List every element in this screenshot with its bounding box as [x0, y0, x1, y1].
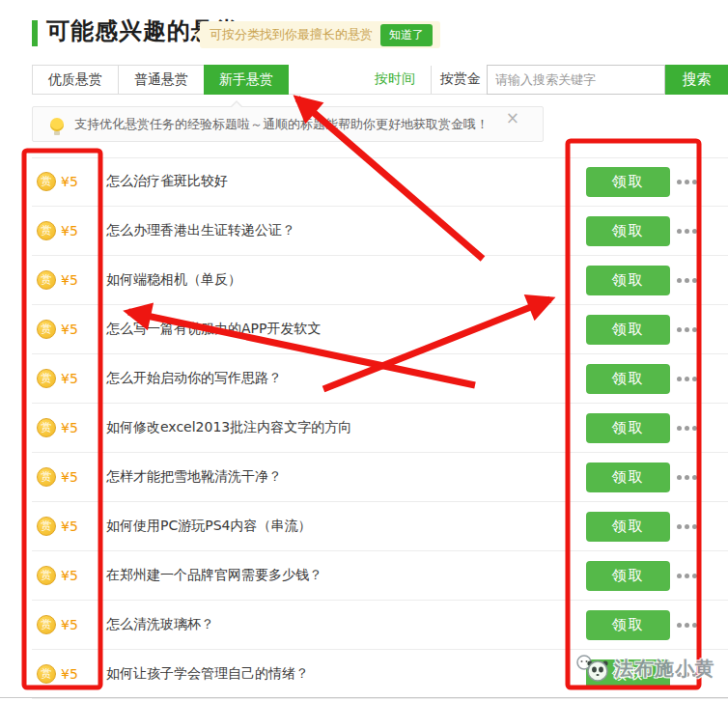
reward-amount: ¥5 [61, 666, 78, 682]
task-title[interactable]: 怎么治疗雀斑比较好 [106, 173, 228, 190]
bounty-tabs: 优质悬赏 普通悬赏 新手悬赏 [32, 65, 288, 95]
close-icon[interactable]: × [506, 110, 519, 126]
task-title[interactable]: 在郑州建一个品牌官网需要多少钱？ [106, 567, 322, 584]
bottom-divider [0, 697, 728, 698]
reward-amount: ¥5 [61, 420, 78, 435]
claim-button[interactable]: 领取 [586, 610, 670, 640]
tab-premium-bounty[interactable]: 优质悬赏 [33, 66, 118, 94]
claim-button[interactable]: 领取 [586, 413, 670, 443]
reward-amount: ¥5 [61, 322, 78, 337]
reward-amount: ¥5 [61, 272, 78, 288]
notice-text: 支持优化悬赏任务的经验标题啦～通顺的标题能帮助你更好地获取赏金哦！ [74, 116, 489, 133]
task-title[interactable]: 怎么开始启动你的写作思路？ [106, 370, 282, 387]
got-it-button[interactable]: 知道了 [380, 24, 433, 46]
reward-amount: ¥5 [61, 617, 78, 632]
tooltip-text: 可按分类找到你最擅长的悬赏 [210, 26, 373, 43]
task-title[interactable]: 如何使用PC游玩PS4内容（串流） [106, 518, 311, 535]
reward-amount: ¥5 [61, 174, 78, 189]
sort-by-reward[interactable]: 按赏金 [440, 70, 481, 88]
task-row: 赏 ¥5 在郑州建一个品牌官网需要多少钱？ 领取 [0, 551, 728, 601]
coin-icon: 赏 [37, 369, 56, 388]
task-title[interactable]: 怎么办理香港出生证转递公证？ [106, 222, 295, 239]
task-row: 赏 ¥5 怎么开始启动你的写作思路？ 领取 [0, 354, 728, 404]
coin-icon: 赏 [37, 517, 56, 536]
lightbulb-icon [50, 118, 64, 131]
title-accent-bar [32, 20, 38, 46]
task-row: 赏 ¥5 怎么办理香港出生证转递公证？ 领取 [0, 207, 728, 256]
reward-amount: ¥5 [61, 519, 78, 534]
reward-amount: ¥5 [61, 469, 78, 485]
three-dots-icon[interactable] [677, 426, 697, 431]
task-title[interactable]: 如何让孩子学会管理自己的情绪？ [106, 665, 309, 683]
task-row: 赏 ¥5 怎么治疗雀斑比较好 领取 [0, 157, 728, 207]
three-dots-icon[interactable] [677, 278, 697, 283]
task-title[interactable]: 怎么写一篇有说服力的APP开发软文 [106, 321, 321, 338]
three-dots-icon[interactable] [677, 475, 697, 480]
sort-divider [431, 66, 432, 94]
sort-by-time[interactable]: 按时间 [375, 70, 415, 88]
reward-amount: ¥5 [61, 568, 78, 583]
search-input[interactable] [487, 65, 665, 95]
coin-icon: 赏 [37, 664, 56, 684]
claim-button[interactable]: 领取 [586, 167, 670, 197]
coin-icon: 赏 [37, 467, 56, 487]
coin-icon: 赏 [37, 172, 56, 191]
coin-icon: 赏 [37, 615, 56, 634]
reward-amount: ¥5 [61, 371, 78, 386]
three-dots-icon[interactable] [677, 574, 697, 578]
claim-button[interactable]: 领取 [586, 266, 670, 295]
reward-amount: ¥5 [61, 223, 78, 238]
watermark: 法布施小黄 [575, 653, 715, 684]
task-title[interactable]: 如何修改excel2013批注内容文字的方向 [106, 419, 351, 436]
coin-icon: 赏 [37, 566, 56, 585]
tab-newbie-bounty[interactable]: 新手悬赏 [204, 65, 289, 95]
three-dots-icon[interactable] [677, 180, 697, 184]
task-title[interactable]: 怎样才能把雪地靴清洗干净？ [106, 468, 282, 486]
task-row: 赏 ¥5 怎么清洗玻璃杯？ 领取 [0, 601, 728, 650]
claim-button[interactable]: 领取 [586, 561, 670, 591]
coin-icon: 赏 [37, 418, 56, 437]
task-title[interactable]: 怎么清洗玻璃杯？ [106, 616, 214, 633]
three-dots-icon[interactable] [677, 623, 697, 628]
three-dots-icon[interactable] [677, 377, 697, 381]
task-title[interactable]: 如何端稳相机（单反） [106, 271, 241, 289]
tooltip-arrow-icon [195, 30, 200, 40]
notice-bar: 支持优化悬赏任务的经验标题啦～通顺的标题能帮助你更好地获取赏金哦！ × [32, 106, 544, 142]
task-row: 赏 ¥5 如何使用PC游玩PS4内容（串流） 领取 [0, 502, 728, 551]
coin-icon: 赏 [37, 320, 56, 339]
claim-button[interactable]: 领取 [586, 364, 670, 394]
task-row: 赏 ¥5 怎样才能把雪地靴清洗干净？ 领取 [0, 453, 728, 502]
claim-button[interactable]: 领取 [586, 512, 670, 542]
tab-normal-bounty[interactable]: 普通悬赏 [118, 66, 204, 94]
three-dots-icon[interactable] [677, 327, 697, 332]
panda-logo-icon [575, 653, 612, 684]
claim-button[interactable]: 领取 [586, 315, 670, 345]
three-dots-icon[interactable] [677, 524, 697, 529]
three-dots-icon[interactable] [677, 229, 697, 234]
category-tooltip: 可按分类找到你最擅长的悬赏 知道了 [200, 21, 440, 48]
task-row: 赏 ¥5 如何修改excel2013批注内容文字的方向 领取 [0, 404, 728, 453]
coin-icon: 赏 [37, 270, 56, 290]
watermark-text: 法布施小黄 [614, 656, 715, 682]
coin-icon: 赏 [37, 221, 56, 240]
task-row: 赏 ¥5 如何端稳相机（单反） 领取 [0, 256, 728, 305]
task-list: 赏 ¥5 怎么治疗雀斑比较好 领取 赏 ¥5 怎么办理香港出生证转递公证？ 领取… [0, 157, 728, 699]
search-button[interactable]: 搜索 [665, 65, 728, 95]
task-row: 赏 ¥5 怎么写一篇有说服力的APP开发软文 领取 [0, 305, 728, 354]
claim-button[interactable]: 领取 [586, 463, 670, 492]
claim-button[interactable]: 领取 [586, 216, 670, 246]
